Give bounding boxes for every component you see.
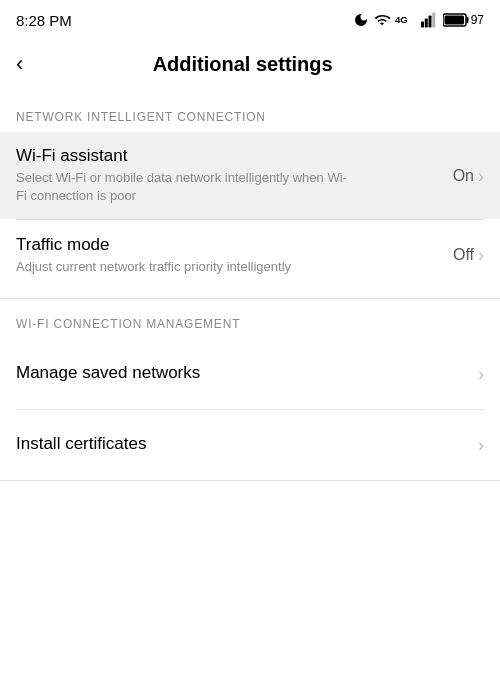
status-time: 8:28 PM [16,12,72,29]
setting-row-wifi-assistant[interactable]: Wi-Fi assistant Select Wi-Fi or mobile d… [0,132,500,219]
setting-row-traffic-mode[interactable]: Traffic mode Adjust current network traf… [0,220,500,290]
wifi-assistant-subtitle: Select Wi-Fi or mobile data network inte… [16,169,356,205]
traffic-mode-value: Off [453,246,474,264]
setting-row-install-certs[interactable]: Install certificates › [0,410,500,480]
wifi-assistant-title: Wi-Fi assistant [16,146,445,166]
install-certs-title: Install certificates [16,434,470,454]
svg-rect-2 [424,19,427,28]
svg-text:4G: 4G [395,14,408,25]
manage-networks-title: Manage saved networks [16,363,470,383]
manage-networks-content: Manage saved networks [16,363,470,386]
install-certs-right: › [478,436,484,454]
svg-rect-7 [444,16,464,25]
svg-rect-6 [466,17,468,23]
section-label-wifi-mgmt: WI-FI CONNECTION MANAGEMENT [0,299,500,339]
install-certs-chevron: › [478,436,484,454]
svg-rect-3 [428,16,431,28]
manage-networks-right: › [478,365,484,383]
status-icons: 4G 97 [353,12,484,28]
section-network-intelligent: NETWORK INTELLIGENT CONNECTION Wi-Fi ass… [0,92,500,290]
page-title: Additional settings [35,53,450,76]
wifi-assistant-content: Wi-Fi assistant Select Wi-Fi or mobile d… [16,146,445,205]
status-bar: 8:28 PM 4G 97 [0,0,500,36]
back-button[interactable]: ‹ [16,53,23,75]
setting-row-manage-networks[interactable]: Manage saved networks › [0,339,500,409]
svg-rect-4 [432,13,435,28]
svg-rect-1 [421,22,424,28]
battery-icon: 97 [443,13,484,27]
wifi-assistant-chevron: › [478,167,484,185]
header: ‹ Additional settings [0,36,500,92]
wifi-assistant-value: On [453,167,474,185]
traffic-mode-title: Traffic mode [16,235,445,255]
manage-networks-chevron: › [478,365,484,383]
divider-3 [0,480,500,481]
traffic-mode-right: Off › [453,246,484,264]
section-label-network: NETWORK INTELLIGENT CONNECTION [0,92,500,132]
signal-4g-icon: 4G [395,12,417,28]
traffic-mode-subtitle: Adjust current network traffic priority … [16,258,356,276]
install-certs-content: Install certificates [16,434,470,457]
signal-bars-icon [421,12,439,28]
battery-level: 97 [471,13,484,27]
wifi-assistant-right: On › [453,167,484,185]
traffic-mode-chevron: › [478,246,484,264]
dnd-icon [353,12,369,28]
section-wifi-management: WI-FI CONNECTION MANAGEMENT Manage saved… [0,299,500,481]
traffic-mode-content: Traffic mode Adjust current network traf… [16,235,445,276]
wifi-icon [373,12,391,28]
